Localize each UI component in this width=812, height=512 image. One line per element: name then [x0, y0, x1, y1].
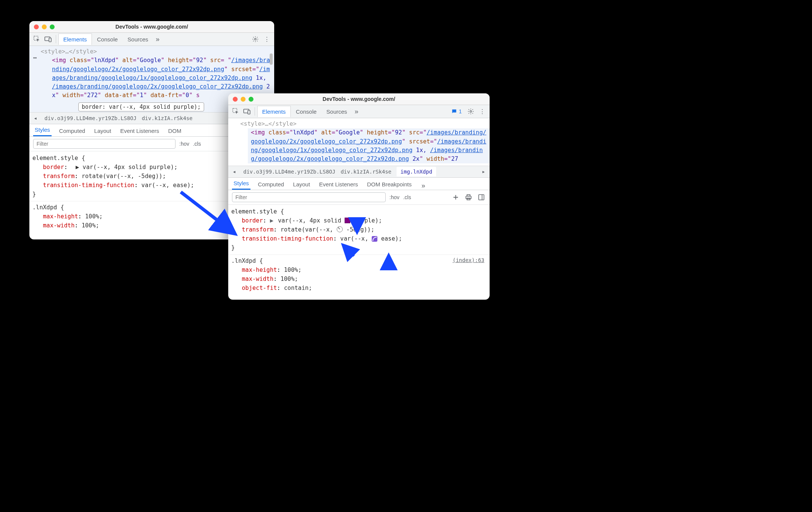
svg-point-3 — [255, 38, 256, 40]
subtab-computed[interactable]: Computed — [58, 125, 87, 136]
angle-swatch-icon[interactable] — [337, 226, 343, 232]
hov-toggle[interactable]: :hov — [389, 194, 399, 200]
gear-icon[interactable] — [466, 106, 476, 117]
filter-row: :hov .cls — [228, 190, 490, 205]
hov-toggle[interactable]: :hov — [179, 141, 189, 147]
easing-swatch-icon[interactable] — [372, 236, 377, 242]
breadcrumb[interactable]: ◂ div.o3j99.LLD4me.yr19Zb.LS8OJ div.k1zI… — [228, 166, 490, 178]
crumb-item[interactable]: div.k1zIA.rSk4se — [340, 169, 391, 175]
rule-selector[interactable]: .lnXdpd { — [231, 256, 487, 265]
tab-sources[interactable]: Sources — [322, 106, 352, 117]
chevron-left-icon[interactable]: ◂ — [32, 115, 39, 122]
main-toolbar: Elements Console Sources » ⋮ — [29, 33, 274, 46]
zoom-icon[interactable] — [50, 24, 55, 29]
window-title: DevTools - www.google.com/ — [228, 96, 490, 102]
window-title: DevTools - www.google.com/ — [29, 24, 274, 30]
more-tabs-chevron-icon[interactable]: » — [353, 108, 361, 116]
dom-tree[interactable]: <style>…</style> <img class="lnXdpd" alt… — [228, 118, 490, 166]
css-property-transform[interactable]: transform: rotate(var(--x, -5deg)); — [231, 225, 487, 234]
titlebar[interactable]: DevTools - www.google.com/ — [29, 21, 274, 33]
svg-rect-6 — [248, 110, 250, 114]
scrollbar[interactable] — [270, 53, 273, 65]
add-rule-icon[interactable] — [451, 193, 460, 202]
minimize-icon[interactable] — [42, 24, 47, 29]
zoom-icon[interactable] — [249, 97, 253, 102]
svg-rect-2 — [49, 38, 51, 42]
svg-rect-9 — [467, 195, 470, 196]
crumb-item[interactable]: div.k1zIA.rSk4se — [142, 115, 192, 121]
issues-badge[interactable]: 1 — [448, 108, 465, 114]
ellipsis-icon[interactable]: ⋯ — [33, 54, 38, 61]
gear-icon[interactable] — [250, 34, 261, 44]
tab-console[interactable]: Console — [93, 34, 122, 45]
issues-count: 1 — [459, 108, 462, 114]
computed-sidebar-icon[interactable] — [477, 193, 486, 202]
tab-elements[interactable]: Elements — [58, 34, 92, 45]
subtab-listeners[interactable]: Event Listeners — [119, 125, 160, 136]
tab-sources[interactable]: Sources — [123, 34, 153, 45]
titlebar[interactable]: DevTools - www.google.com/ — [228, 93, 490, 105]
device-toolbar-icon[interactable] — [242, 106, 252, 117]
inspect-icon[interactable] — [230, 106, 241, 117]
cls-toggle[interactable]: .cls — [403, 194, 411, 200]
chevron-right-icon[interactable]: ▸ — [480, 168, 487, 175]
kebab-icon[interactable]: ⋮ — [261, 34, 272, 44]
more-tabs-chevron-icon[interactable]: » — [419, 182, 427, 190]
styles-pane[interactable]: element.style { border: ▶ var(--x, 4px s… — [228, 205, 490, 295]
close-icon[interactable] — [233, 97, 238, 102]
dom-node-img[interactable]: <img class="lnXdpd" alt="Google" height=… — [248, 128, 490, 163]
inline-style-tooltip: border: var(--x, 4px solid purple); — [78, 102, 204, 111]
dom-node: <style>…</style> — [41, 47, 271, 56]
svg-rect-11 — [479, 195, 484, 200]
device-toolbar-icon[interactable] — [43, 34, 53, 44]
subtab-computed[interactable]: Computed — [256, 179, 285, 190]
source-link[interactable]: (index):63 — [453, 256, 484, 265]
tab-console[interactable]: Console — [292, 106, 321, 117]
subtab-dombp[interactable]: DOM — [167, 125, 183, 136]
color-swatch-icon[interactable] — [345, 218, 350, 223]
crumb-item[interactable]: div.o3j99.LLD4me.yr19Zb.LS8OJ — [243, 169, 335, 175]
cls-toggle[interactable]: .cls — [193, 141, 201, 147]
filter-input[interactable] — [33, 139, 176, 149]
svg-point-7 — [470, 111, 472, 113]
subtab-styles[interactable]: Styles — [33, 124, 52, 136]
styles-subtabs: Styles Computed Layout Event Listeners D… — [228, 178, 490, 190]
main-toolbar: Elements Console Sources » 1 ⋮ — [228, 105, 490, 118]
rule-selector[interactable]: element.style { — [231, 207, 487, 216]
subtab-dombp[interactable]: DOM Breakpoints — [366, 179, 413, 190]
crumb-item-selected[interactable]: img.lnXdpd — [397, 167, 436, 177]
css-property[interactable]: object-fit: contain; — [231, 283, 487, 293]
subtab-styles[interactable]: Styles — [232, 178, 250, 190]
minimize-icon[interactable] — [241, 97, 246, 102]
close-icon[interactable] — [34, 24, 39, 29]
css-property[interactable]: max-width: 100%; — [231, 274, 487, 283]
dom-node: <style>…</style> — [240, 120, 487, 128]
devtools-window-after: DevTools - www.google.com/ Elements Cons… — [228, 93, 490, 300]
tab-elements[interactable]: Elements — [257, 106, 291, 117]
subtab-layout[interactable]: Layout — [292, 179, 311, 190]
css-property-border[interactable]: border: ▶ var(--x, 4px solid purple); — [231, 216, 487, 225]
kebab-icon[interactable]: ⋮ — [477, 106, 487, 117]
chevron-left-icon[interactable]: ◂ — [230, 168, 238, 175]
subtab-layout[interactable]: Layout — [93, 125, 113, 136]
print-media-icon[interactable] — [464, 193, 473, 202]
srcset-link-2[interactable]: /images/branding/googlelogo/2x/googlelog… — [52, 83, 263, 90]
crumb-item[interactable]: div.o3j99.LLD4me.yr19Zb.LS8OJ — [44, 115, 136, 121]
rule-close: } — [231, 243, 487, 252]
more-tabs-chevron-icon[interactable]: » — [154, 35, 162, 43]
svg-rect-8 — [466, 196, 471, 199]
subtab-listeners[interactable]: Event Listeners — [317, 179, 359, 190]
filter-input[interactable] — [232, 192, 386, 202]
css-property[interactable]: max-height: 100%; — [231, 265, 487, 274]
css-property-ttf[interactable]: transition-timing-function: var(--x, eas… — [231, 234, 487, 243]
inspect-icon[interactable] — [32, 34, 42, 44]
